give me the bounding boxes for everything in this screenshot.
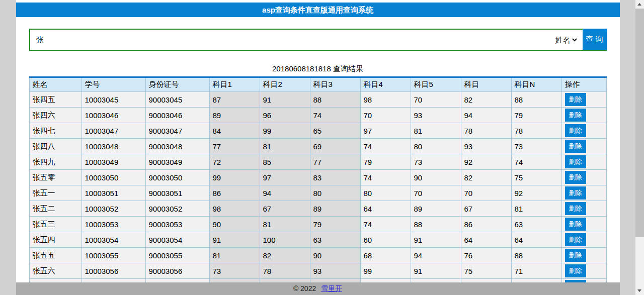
table-cell: 98 (360, 92, 411, 108)
table-cell: 90003051 (145, 185, 209, 201)
table-cell: 82 (461, 170, 511, 185)
table-cell: 90003052 (145, 201, 209, 217)
table-row: 张五零100030509000305099978374908275删除 (29, 170, 606, 185)
browser-viewport: asp查询条件直查版通用查询系统 姓名 查 询 20180608181818 查… (0, 0, 635, 295)
table-cell: 80 (310, 185, 360, 201)
column-header: 姓名 (29, 77, 82, 92)
table-cell: 88 (310, 92, 360, 108)
table-cell: 张四九 (29, 154, 82, 170)
delete-button[interactable]: 删除 (565, 109, 586, 122)
table-cell: 91 (209, 232, 260, 248)
table-cell: 10003046 (82, 108, 145, 123)
table-cell: 77 (310, 154, 360, 170)
table-cell: 81 (260, 139, 310, 154)
delete-button[interactable]: 删除 (565, 249, 586, 262)
delete-button[interactable]: 删除 (565, 93, 586, 106)
table-cell: 75 (511, 170, 561, 185)
delete-button[interactable]: 删除 (565, 124, 586, 137)
table-cell: 82 (461, 92, 511, 108)
table-cell: 张五零 (29, 170, 82, 185)
action-cell: 删除 (561, 185, 606, 201)
table-header-row: 姓名学号身份证号科目1科目2科目3科目4科目5科目科目N操作 (29, 77, 606, 92)
delete-button[interactable]: 删除 (565, 171, 586, 184)
table-cell: 92 (511, 185, 561, 201)
table-cell: 88 (411, 217, 461, 232)
table-cell: 75 (461, 263, 511, 279)
table-cell: 71 (511, 263, 561, 279)
table-cell: 89 (310, 201, 360, 217)
table-cell: 76 (461, 248, 511, 263)
delete-button[interactable]: 删除 (565, 186, 586, 200)
table-cell: 89 (209, 108, 260, 123)
table-cell: 10003048 (82, 139, 145, 154)
table-cell: 64 (360, 201, 411, 217)
table-cell: 90 (209, 217, 260, 232)
table-cell: 张四八 (29, 139, 82, 154)
table-cell: 74 (511, 154, 561, 170)
table-cell: 97 (360, 123, 411, 139)
delete-button[interactable]: 删除 (565, 264, 586, 277)
table-cell: 78 (260, 263, 310, 279)
table-cell: 99 (360, 263, 411, 279)
table-cell: 91 (260, 92, 310, 108)
search-button[interactable]: 查 询 (583, 29, 607, 50)
table-cell: 10003047 (82, 123, 145, 139)
table-cell: 90003049 (145, 154, 209, 170)
scrollbar-down-arrow-icon[interactable] (635, 286, 644, 295)
table-cell: 张四五 (29, 92, 82, 108)
table-cell: 张四六 (29, 108, 82, 123)
scrollbar-thumb[interactable] (635, 9, 644, 237)
page: asp查询条件直查版通用查询系统 姓名 查 询 20180608181818 查… (16, 0, 620, 295)
table-cell: 89 (411, 201, 461, 217)
table-cell: 10003053 (82, 217, 145, 232)
scrollbar-up-arrow-icon[interactable] (635, 0, 644, 9)
column-header: 科目4 (360, 77, 411, 92)
table-cell: 90 (310, 248, 360, 263)
table-cell: 70 (461, 185, 511, 201)
table-cell: 74 (360, 139, 411, 154)
column-header: 科目 (461, 77, 511, 92)
vertical-scrollbar[interactable] (635, 0, 644, 295)
delete-button[interactable]: 删除 (565, 140, 586, 153)
table-cell: 张四七 (29, 123, 82, 139)
table-cell: 张五四 (29, 232, 82, 248)
table-cell: 93 (310, 263, 360, 279)
column-header: 科目5 (411, 77, 461, 92)
table-cell: 94 (260, 185, 310, 201)
table-cell: 10003054 (82, 232, 145, 248)
table-cell: 张五六 (29, 263, 82, 279)
table-cell: 84 (209, 123, 260, 139)
footer-link[interactable]: 雪里开 (321, 284, 342, 292)
delete-button[interactable]: 删除 (565, 202, 586, 215)
delete-button[interactable]: 删除 (565, 233, 586, 246)
table-cell: 79 (511, 108, 561, 123)
app-title-bar: asp查询条件直查版通用查询系统 (16, 3, 620, 17)
table-cell: 63 (310, 232, 360, 248)
table-cell: 90003050 (145, 170, 209, 185)
delete-button[interactable]: 删除 (565, 155, 586, 168)
delete-button[interactable]: 删除 (565, 218, 586, 231)
table-cell: 10003055 (82, 248, 145, 263)
action-cell: 删除 (561, 108, 606, 123)
table-cell: 90003046 (145, 108, 209, 123)
table-cell: 10003045 (82, 92, 145, 108)
table-cell: 74 (360, 170, 411, 185)
table-cell: 98 (209, 201, 260, 217)
table-cell: 68 (360, 248, 411, 263)
table-cell: 81 (260, 217, 310, 232)
table-cell: 张五五 (29, 248, 82, 263)
table-row: 张五五100030559000305581829068947688删除 (29, 248, 606, 263)
table-cell: 90003048 (145, 139, 209, 154)
footer: © 2022 雪里开 (16, 282, 620, 295)
table-cell: 10003049 (82, 154, 145, 170)
table-cell: 80 (360, 185, 411, 201)
action-cell: 删除 (561, 139, 606, 154)
search-input[interactable] (29, 29, 607, 51)
table-cell: 94 (411, 248, 461, 263)
table-cell: 90 (411, 170, 461, 185)
table-row: 张五三100030539000305390817974888663删除 (29, 217, 606, 232)
action-cell: 删除 (561, 92, 606, 108)
table-cell: 86 (461, 217, 511, 232)
search-field-select[interactable]: 姓名 (553, 32, 579, 47)
table-row: 张四六100030469000304689967470939479删除 (29, 108, 606, 123)
